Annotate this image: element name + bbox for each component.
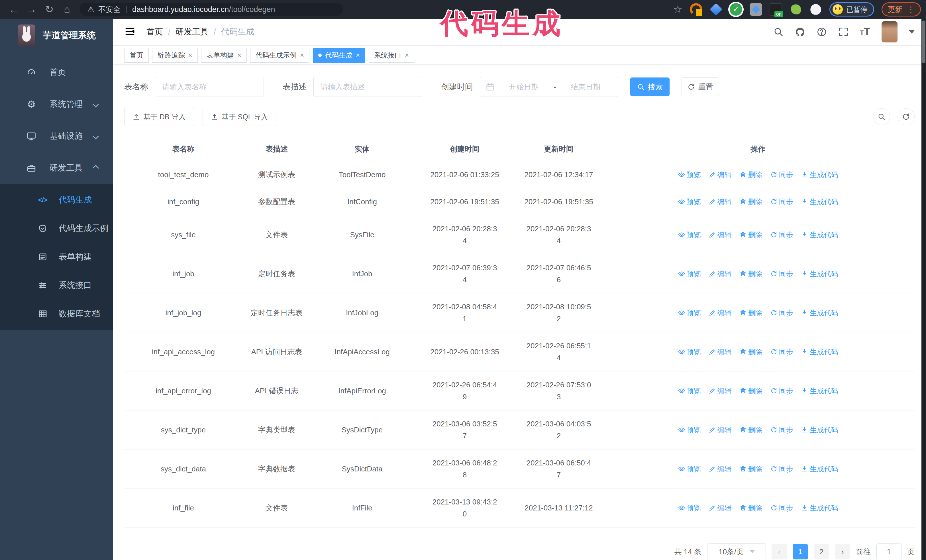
sync-link[interactable]: 同步 — [770, 196, 793, 208]
generate-code-link[interactable]: 生成代码 — [801, 169, 838, 181]
sync-link[interactable]: 同步 — [770, 307, 793, 319]
tab-form-builder[interactable]: 表单构建× — [201, 48, 247, 63]
extension-icon-3[interactable]: ✓ — [730, 3, 742, 16]
sync-link[interactable]: 同步 — [770, 385, 793, 397]
page-button-1[interactable]: 1 — [793, 544, 808, 559]
sidebar-item-codegen-example[interactable]: 代码生成示例 — [0, 214, 113, 243]
extension-icon-1[interactable] — [690, 3, 702, 16]
generate-code-link[interactable]: 生成代码 — [801, 502, 838, 514]
next-page-button[interactable]: › — [835, 544, 850, 559]
generate-code-link[interactable]: 生成代码 — [801, 229, 838, 241]
address-bar[interactable]: ⚠ 不安全 dashboard.yudao.iocoder.cn/tool/co… — [80, 3, 343, 16]
date-range-picker[interactable]: 开始日期 - 结束日期 — [480, 77, 618, 97]
breadcrumb-home[interactable]: 首页 — [147, 26, 163, 38]
preview-link[interactable]: 预览 — [678, 502, 701, 514]
preview-link[interactable]: 预览 — [678, 385, 701, 397]
goto-page-input[interactable] — [876, 543, 902, 560]
sidebar-item-devtools[interactable]: 研发工具 — [0, 152, 113, 184]
delete-link[interactable]: 删除 — [740, 346, 763, 358]
preview-link[interactable]: 预览 — [678, 463, 701, 475]
generate-code-link[interactable]: 生成代码 — [801, 307, 838, 319]
sync-link[interactable]: 同步 — [770, 169, 793, 181]
delete-link[interactable]: 删除 — [740, 229, 763, 241]
delete-link[interactable]: 删除 — [740, 424, 763, 436]
import-db-button[interactable]: 基于 DB 导入 — [124, 108, 194, 126]
generate-code-link[interactable]: 生成代码 — [801, 424, 838, 436]
extension-icon-4[interactable] — [750, 3, 762, 16]
delete-link[interactable]: 删除 — [740, 463, 763, 475]
tab-tracing[interactable]: 链路追踪× — [152, 48, 198, 63]
browser-update-button[interactable]: 更新 ⋮ — [882, 2, 921, 17]
preview-link[interactable]: 预览 — [678, 229, 701, 241]
browser-menu-dots-icon[interactable]: ⋮ — [907, 5, 915, 14]
close-icon[interactable]: × — [238, 51, 241, 59]
refresh-button[interactable] — [897, 108, 915, 125]
generate-code-link[interactable]: 生成代码 — [801, 196, 838, 208]
extension-icon-7[interactable] — [810, 4, 821, 15]
sync-link[interactable]: 同步 — [770, 502, 793, 514]
import-sql-button[interactable]: 基于 SQL 导入 — [203, 108, 276, 126]
extension-icon-6[interactable] — [791, 4, 800, 14]
sync-link[interactable]: 同步 — [770, 463, 793, 475]
hamburger-icon[interactable] — [124, 26, 136, 38]
tab-home[interactable]: 首页 — [124, 48, 149, 63]
generate-code-link[interactable]: 生成代码 — [801, 463, 838, 475]
edit-link[interactable]: 编辑 — [709, 307, 732, 319]
sync-link[interactable]: 同步 — [770, 346, 793, 358]
browser-home-icon[interactable]: ⌂ — [58, 3, 76, 15]
breadcrumb-devtools[interactable]: 研发工具 — [176, 26, 209, 38]
bookmark-star-icon[interactable]: ☆ — [673, 3, 682, 15]
browser-profile-chip[interactable]: 已暂停 — [829, 2, 874, 17]
font-size-icon[interactable]: TT — [860, 26, 870, 38]
extension-icon-5[interactable] — [770, 3, 782, 16]
delete-link[interactable]: 删除 — [740, 307, 763, 319]
prev-page-button[interactable]: ‹ — [772, 544, 787, 559]
preview-link[interactable]: 预览 — [678, 169, 701, 181]
preview-link[interactable]: 预览 — [678, 196, 701, 208]
sync-link[interactable]: 同步 — [770, 229, 793, 241]
avatar-caret-icon[interactable] — [909, 30, 915, 33]
close-icon[interactable]: × — [188, 51, 192, 59]
github-icon[interactable] — [795, 27, 805, 37]
delete-link[interactable]: 删除 — [740, 169, 763, 181]
edit-link[interactable]: 编辑 — [709, 229, 732, 241]
page-scrollbar[interactable] — [921, 19, 926, 560]
browser-forward-icon[interactable]: → — [23, 3, 41, 15]
edit-link[interactable]: 编辑 — [709, 424, 732, 436]
sidebar-item-system[interactable]: ⚙ 系统管理 — [0, 88, 113, 120]
delete-link[interactable]: 删除 — [740, 196, 763, 208]
close-icon[interactable]: × — [356, 51, 360, 59]
toggle-search-button[interactable] — [873, 108, 890, 125]
page-button-2[interactable]: 2 — [814, 544, 829, 559]
table-name-input[interactable] — [155, 77, 264, 97]
edit-link[interactable]: 编辑 — [709, 385, 732, 397]
tab-codegen[interactable]: 代码生成× — [313, 48, 365, 63]
generate-code-link[interactable]: 生成代码 — [801, 268, 838, 280]
preview-link[interactable]: 预览 — [678, 307, 701, 319]
browser-back-icon[interactable]: ← — [5, 3, 23, 15]
close-icon[interactable]: × — [300, 51, 304, 59]
preview-link[interactable]: 预览 — [678, 268, 701, 280]
sync-link[interactable]: 同步 — [770, 424, 793, 436]
generate-code-link[interactable]: 生成代码 — [801, 385, 838, 397]
scrollbar-thumb[interactable] — [922, 21, 925, 63]
sidebar-item-codegen[interactable]: </> 代码生成 — [0, 186, 113, 214]
sidebar-item-home[interactable]: 首页 — [0, 56, 113, 88]
edit-link[interactable]: 编辑 — [709, 169, 732, 181]
sidebar-item-form-builder[interactable]: 表单构建 — [0, 243, 113, 271]
edit-link[interactable]: 编辑 — [709, 502, 732, 514]
search-button[interactable]: 搜索 — [630, 77, 670, 96]
reset-button[interactable]: 重置 — [682, 77, 719, 96]
preview-link[interactable]: 预览 — [678, 424, 701, 436]
help-icon[interactable] — [817, 27, 827, 37]
browser-reload-icon[interactable]: ↻ — [41, 3, 58, 15]
close-icon[interactable]: × — [405, 51, 409, 59]
edit-link[interactable]: 编辑 — [709, 346, 732, 358]
delete-link[interactable]: 删除 — [740, 502, 763, 514]
sidebar-logo-row[interactable]: 芋道管理系统 — [0, 19, 113, 52]
sidebar-item-system-api[interactable]: 系统接口 — [0, 271, 113, 300]
page-size-select[interactable]: 10条/页 — [707, 543, 766, 560]
edit-link[interactable]: 编辑 — [709, 268, 732, 280]
delete-link[interactable]: 删除 — [740, 268, 763, 280]
edit-link[interactable]: 编辑 — [709, 463, 732, 475]
